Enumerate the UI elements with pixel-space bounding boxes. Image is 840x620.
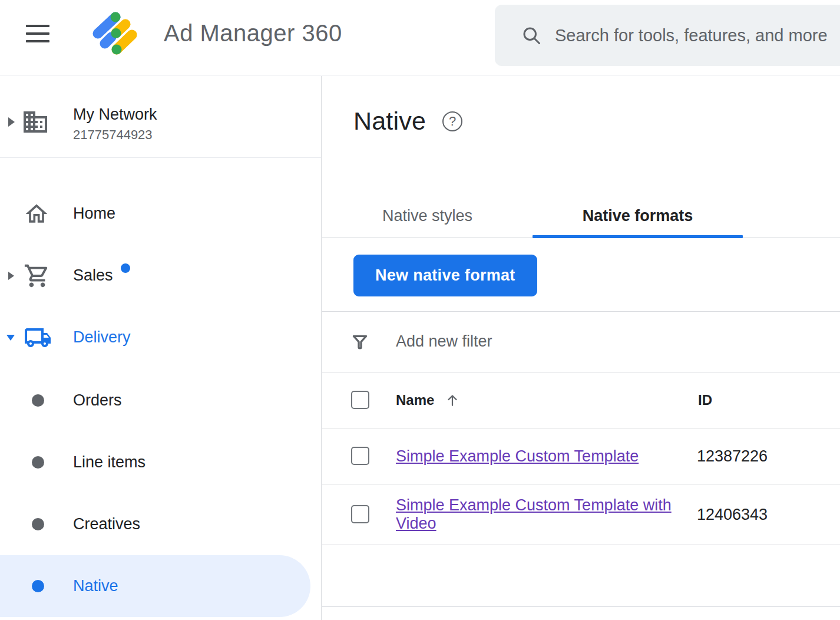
native-format-link[interactable]: Simple Example Custom Template bbox=[396, 447, 639, 465]
sidebar-item-label: Line items bbox=[73, 453, 145, 471]
page-header: Native ? bbox=[353, 107, 462, 136]
tab-native-formats[interactable]: Native formats bbox=[533, 194, 743, 238]
bullet-icon bbox=[32, 394, 44, 407]
sidebar-item-native[interactable]: Native bbox=[0, 555, 322, 617]
top-app-bar: Ad Manager 360 Search for tools, feature… bbox=[0, 0, 840, 75]
select-all-checkbox[interactable] bbox=[351, 391, 369, 409]
table-row: Simple Example Custom Template with Vide… bbox=[322, 484, 840, 545]
sidebar-item-creatives[interactable]: Creatives bbox=[0, 493, 322, 555]
sidebar-item-label: Orders bbox=[73, 391, 122, 410]
filter-bar[interactable]: Add new filter bbox=[322, 311, 840, 372]
network-id: 21775744923 bbox=[73, 127, 157, 143]
main-content: Native ? Native styles Native formats Ne… bbox=[322, 76, 840, 620]
sort-ascending-icon bbox=[444, 391, 461, 409]
filter-funnel-icon bbox=[350, 332, 370, 352]
shopping-cart-icon bbox=[24, 262, 51, 289]
table-header-row: Name ID bbox=[322, 372, 840, 428]
network-name: My Network bbox=[73, 105, 157, 124]
search-placeholder: Search for tools, features, and more bbox=[555, 26, 828, 45]
native-format-link[interactable]: Simple Example Custom Template with Vide… bbox=[396, 496, 672, 532]
page-title: Native bbox=[353, 107, 426, 136]
tab-native-styles[interactable]: Native styles bbox=[322, 194, 533, 238]
help-icon[interactable]: ? bbox=[442, 111, 462, 131]
row-checkbox[interactable] bbox=[351, 505, 369, 523]
format-id: 12406343 bbox=[697, 506, 768, 524]
network-selector[interactable]: My Network 21775744923 bbox=[0, 88, 321, 156]
table-empty-row bbox=[322, 545, 840, 607]
sidebar-item-label: Native bbox=[73, 577, 118, 595]
notification-dot bbox=[121, 263, 130, 273]
sidebar-item-label: Sales bbox=[73, 266, 113, 285]
sidebar-item-label: Home bbox=[73, 205, 115, 223]
new-native-format-button[interactable]: New native format bbox=[353, 255, 537, 296]
bullet-icon bbox=[32, 456, 44, 469]
active-tab-underline bbox=[533, 235, 743, 238]
network-info: My Network 21775744923 bbox=[73, 105, 157, 143]
ad-manager-logo-icon bbox=[88, 6, 147, 67]
truck-icon bbox=[24, 324, 52, 352]
tab-bar: Native styles Native formats bbox=[322, 194, 840, 238]
sidebar-nav: My Network 21775744923 Home Sales Deliv bbox=[0, 76, 322, 620]
ad-manager-app: Ad Manager 360 Search for tools, feature… bbox=[0, 0, 840, 620]
chevron-right-icon bbox=[8, 272, 14, 280]
sidebar-item-delivery[interactable]: Delivery bbox=[0, 306, 322, 368]
bullet-icon bbox=[32, 580, 44, 592]
chevron-down-icon bbox=[6, 335, 15, 341]
table-row: Simple Example Custom Template 12387226 bbox=[322, 428, 840, 484]
sidebar-item-label: Creatives bbox=[73, 515, 140, 533]
add-filter-placeholder: Add new filter bbox=[396, 332, 492, 351]
sidebar-item-line-items[interactable]: Line items bbox=[0, 431, 322, 493]
tab-label: Native styles bbox=[382, 207, 472, 225]
menu-icon[interactable] bbox=[26, 25, 49, 46]
sidebar-item-label: Delivery bbox=[73, 328, 131, 347]
sidebar-item-orders[interactable]: Orders bbox=[0, 370, 322, 431]
tab-label: Native formats bbox=[583, 207, 693, 225]
row-checkbox[interactable] bbox=[351, 447, 369, 465]
search-input[interactable]: Search for tools, features, and more bbox=[495, 5, 840, 66]
app-title: Ad Manager 360 bbox=[164, 20, 342, 47]
column-header-id[interactable]: ID bbox=[698, 392, 712, 408]
format-id: 12387226 bbox=[697, 447, 768, 466]
home-icon bbox=[24, 201, 49, 227]
column-header-name[interactable]: Name bbox=[396, 392, 434, 408]
chevron-right-icon bbox=[8, 117, 15, 127]
bullet-icon bbox=[32, 518, 44, 530]
sidebar-item-sales[interactable]: Sales bbox=[0, 245, 322, 306]
building-icon bbox=[21, 108, 49, 136]
search-icon bbox=[521, 25, 542, 46]
sidebar-item-home[interactable]: Home bbox=[0, 183, 322, 245]
sidebar-divider bbox=[0, 157, 321, 158]
